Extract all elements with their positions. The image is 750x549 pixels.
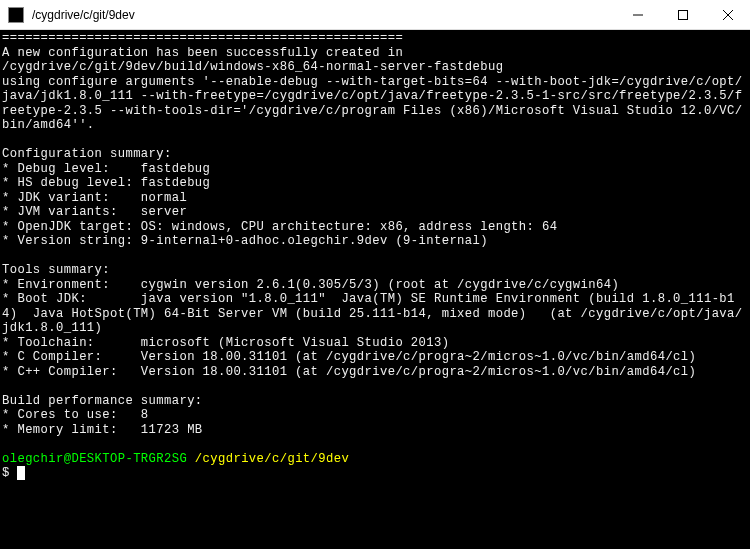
- openjdk-target: * OpenJDK target: OS: windows, CPU archi…: [2, 220, 557, 234]
- build-path: /cygdrive/c/git/9dev/build/windows-x86_6…: [2, 60, 503, 74]
- svg-rect-1: [678, 10, 687, 19]
- prompt-path: /cygdrive/c/git/9dev: [195, 452, 349, 466]
- toolchain: * Toolchain: microsoft (Microsoft Visual…: [2, 336, 449, 350]
- cursor: [17, 466, 25, 480]
- close-icon: [723, 10, 733, 20]
- created-msg: A new configuration has been successfull…: [2, 46, 403, 60]
- configure-args: using configure arguments '--enable-debu…: [2, 75, 743, 133]
- prompt-char: $: [2, 466, 10, 480]
- separator: ========================================…: [2, 31, 403, 45]
- config-summary-header: Configuration summary:: [2, 147, 172, 161]
- prompt-user: olegchir@DESKTOP-TRGR2SG: [2, 452, 187, 466]
- window-title: /cygdrive/c/git/9dev: [32, 8, 615, 22]
- hs-debug: * HS debug level: fastdebug: [2, 176, 210, 190]
- window-controls: [615, 0, 750, 30]
- window-titlebar: /cygdrive/c/git/9dev: [0, 0, 750, 30]
- maximize-icon: [678, 10, 688, 20]
- terminal-output[interactable]: ========================================…: [0, 30, 750, 549]
- maximize-button[interactable]: [660, 0, 705, 30]
- tools-header: Tools summary:: [2, 263, 110, 277]
- boot-jdk: * Boot JDK: java version "1.8.0_111" Jav…: [2, 292, 743, 335]
- close-button[interactable]: [705, 0, 750, 30]
- minimize-icon: [633, 10, 643, 20]
- jvm-variants: * JVM variants: server: [2, 205, 187, 219]
- c-compiler: * C Compiler: Version 18.00.31101 (at /c…: [2, 350, 696, 364]
- memory: * Memory limit: 11723 MB: [2, 423, 203, 437]
- debug-level: * Debug level: fastdebug: [2, 162, 210, 176]
- cpp-compiler: * C++ Compiler: Version 18.00.31101 (at …: [2, 365, 696, 379]
- cores: * Cores to use: 8: [2, 408, 149, 422]
- minimize-button[interactable]: [615, 0, 660, 30]
- app-icon: [8, 7, 24, 23]
- version-string: * Version string: 9-internal+0-adhoc.ole…: [2, 234, 488, 248]
- jdk-variant: * JDK variant: normal: [2, 191, 187, 205]
- build-perf-header: Build performance summary:: [2, 394, 203, 408]
- environment: * Environment: cygwin version 2.6.1(0.30…: [2, 278, 619, 292]
